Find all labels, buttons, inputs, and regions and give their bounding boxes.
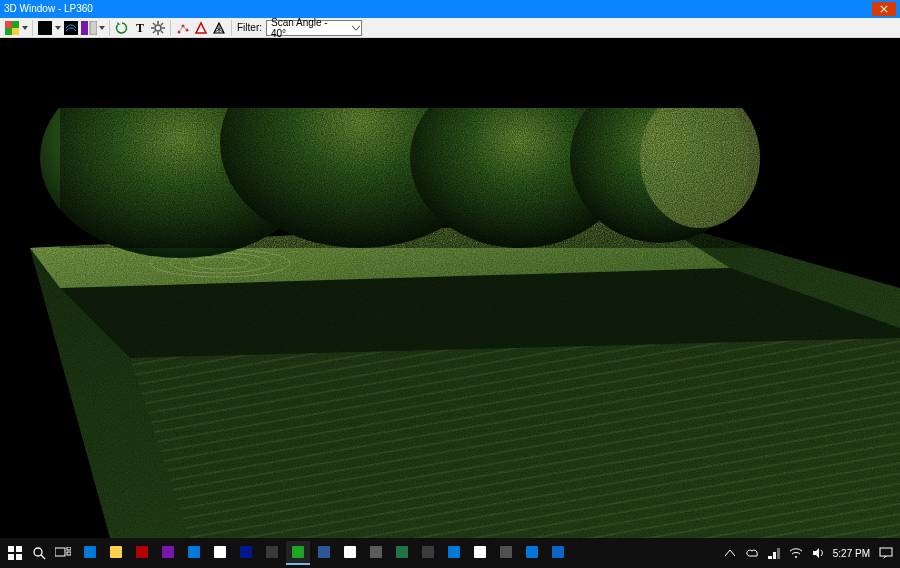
mail-icon	[82, 544, 98, 560]
svg-rect-57	[266, 546, 278, 558]
onenote-icon	[160, 544, 176, 560]
taskbar-app-app-2[interactable]	[234, 541, 258, 565]
svg-rect-70	[773, 552, 776, 559]
taskbar-app-app-4[interactable]	[364, 541, 388, 565]
contour-button[interactable]	[62, 19, 80, 37]
action-center-button[interactable]	[878, 545, 894, 561]
taskbar-app-file-explorer[interactable]	[104, 541, 128, 565]
app-2-icon	[238, 544, 254, 560]
taskbar-app-onenote[interactable]	[156, 541, 180, 565]
point-class-button[interactable]	[174, 19, 192, 37]
svg-rect-48	[67, 547, 71, 550]
filezilla-icon	[134, 544, 150, 560]
taskbar-app-app-9[interactable]	[520, 541, 544, 565]
taskbar-app-app-7[interactable]	[468, 541, 492, 565]
cloud-icon[interactable]	[745, 546, 759, 560]
tin-button[interactable]	[210, 19, 228, 37]
svg-rect-55	[214, 546, 226, 558]
color-swatch-icon	[5, 21, 19, 35]
svg-line-13	[153, 23, 155, 25]
clock[interactable]: 5:27 PM	[833, 548, 870, 559]
3d-viewport[interactable]	[0, 38, 900, 538]
search-button[interactable]	[30, 544, 48, 562]
app-3-icon	[316, 544, 332, 560]
taskbar-app-excel[interactable]	[390, 541, 414, 565]
windows-icon	[8, 546, 22, 560]
svg-line-14	[161, 31, 163, 33]
network-icon[interactable]	[767, 546, 781, 560]
svg-rect-42	[16, 546, 22, 552]
svg-rect-63	[422, 546, 434, 558]
svg-rect-49	[67, 552, 71, 555]
svg-rect-68	[552, 546, 564, 558]
separator	[170, 20, 171, 36]
filter-select[interactable]: Scan Angle - 40°	[266, 20, 362, 36]
chevron-down-icon	[352, 25, 360, 30]
start-button[interactable]	[6, 544, 24, 562]
taskbar-app-drone[interactable]	[260, 541, 284, 565]
excel-icon	[394, 544, 410, 560]
tray-chevron-icon[interactable]	[723, 546, 737, 560]
taskbar-app-mail[interactable]	[78, 541, 102, 565]
points-icon	[176, 21, 190, 35]
svg-rect-54	[188, 546, 200, 558]
svg-rect-47	[55, 548, 65, 556]
window-title: 3D Window - LP360	[4, 0, 872, 18]
view-mode-icon	[38, 21, 52, 35]
svg-rect-66	[500, 546, 512, 558]
lp360-icon	[290, 544, 306, 560]
taskbar-app-chrome[interactable]	[338, 541, 362, 565]
taskbar-app-filezilla[interactable]	[130, 541, 154, 565]
view-mode-button[interactable]	[36, 19, 54, 37]
app-6-icon	[446, 544, 462, 560]
view-mode-dropdown[interactable]	[54, 26, 62, 30]
wifi-icon[interactable]	[789, 546, 803, 560]
svg-text:T: T	[136, 21, 144, 35]
volume-icon[interactable]	[811, 546, 825, 560]
svg-rect-3	[38, 21, 52, 35]
clock-time: 5:27 PM	[833, 548, 870, 559]
task-view-button[interactable]	[54, 544, 72, 562]
taskbar-app-app-5[interactable]	[416, 541, 440, 565]
settings-button[interactable]	[149, 19, 167, 37]
triangle-icon	[194, 21, 208, 35]
svg-rect-60	[344, 546, 356, 558]
taskbar-app-app-3[interactable]	[312, 541, 336, 565]
svg-point-8	[155, 25, 161, 31]
file-explorer-icon	[108, 544, 124, 560]
text-tool-button[interactable]: T	[131, 19, 149, 37]
linkedin-icon	[550, 544, 566, 560]
task-view-icon	[55, 547, 71, 559]
settings-icon	[186, 544, 202, 560]
svg-rect-69	[768, 556, 772, 559]
taskbar-app-app-6[interactable]	[442, 541, 466, 565]
chevron-down-icon	[22, 26, 28, 30]
titlebar: 3D Window - LP360	[0, 0, 900, 18]
triangle-button[interactable]	[192, 19, 210, 37]
reference-dropdown[interactable]	[98, 26, 106, 30]
svg-rect-50	[84, 546, 96, 558]
taskbar-app-app-1[interactable]	[208, 541, 232, 565]
reference-button[interactable]	[80, 19, 98, 37]
taskbar-app-lp360[interactable]	[286, 541, 310, 565]
color-view-button[interactable]	[3, 19, 21, 37]
close-button[interactable]	[872, 2, 896, 16]
system-tray: 5:27 PM	[723, 545, 894, 561]
taskbar-app-settings[interactable]	[182, 541, 206, 565]
app-8-icon	[498, 544, 514, 560]
color-view-dropdown[interactable]	[21, 26, 29, 30]
chevron-down-icon	[99, 26, 105, 30]
svg-line-16	[153, 31, 155, 33]
app-1-icon	[212, 544, 228, 560]
svg-rect-73	[880, 548, 892, 556]
chrome-icon	[342, 544, 358, 560]
refresh-button[interactable]	[113, 19, 131, 37]
svg-line-15	[161, 23, 163, 25]
svg-rect-6	[90, 21, 97, 35]
app-7-icon	[472, 544, 488, 560]
taskbar-app-linkedin[interactable]	[546, 541, 570, 565]
taskbar-app-app-8[interactable]	[494, 541, 518, 565]
drone-icon	[264, 544, 280, 560]
app-5-icon	[420, 544, 436, 560]
reference-icon	[81, 21, 97, 35]
